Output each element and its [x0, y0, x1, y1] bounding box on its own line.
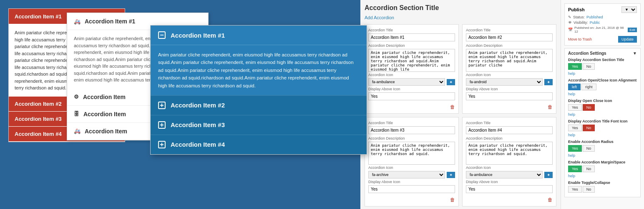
add-accordion-button[interactable]: Add Accordion [365, 15, 556, 20]
display-section-title-yes[interactable]: Yes [568, 63, 582, 70]
blue-accordion-item-4-header[interactable]: + Accordion Item #4 [151, 135, 367, 154]
blue-accordion: − Accordion Item #1 Anim pariatur cliche… [150, 25, 367, 155]
display-open-close-no[interactable]: No [583, 104, 595, 111]
item-3-title-input[interactable] [368, 126, 455, 134]
item-4-desc-textarea[interactable]: Anim pariatur cliche reprehenderit, enim… [466, 142, 553, 165]
settings-chevron-icon: ▼ [633, 51, 637, 56]
item-4-title-label: Accordion Title [466, 121, 553, 125]
item-4-delete-icon[interactable]: 🗑 [466, 197, 553, 203]
display-section-help[interactable]: help [568, 71, 637, 76]
item-2-display-label: Display Above Icon [466, 87, 553, 91]
item-4-icon-btn[interactable]: ✦ [544, 172, 553, 178]
blue-accordion-item-1-body: Anim pariatur cliche reprehenderit, enim… [151, 45, 367, 95]
publish-actions: Move to Trash Update [568, 36, 637, 43]
item-3-desc-label: Accordion Description [368, 136, 455, 140]
status-value[interactable]: Published [586, 15, 603, 19]
publish-title-row: Publish ▼ [568, 6, 637, 13]
red-accordion-item-3-title: Accordion Item #3 [15, 116, 62, 122]
accordion-settings-box: Accordion Settings ▼ Display Accordion S… [564, 48, 641, 197]
calendar-icon: 📅 [568, 28, 573, 32]
truck-icon: 🚑 [74, 128, 80, 134]
item-2-icon-btn[interactable]: ✦ [544, 79, 553, 85]
item-4-icon-select[interactable]: fa-ambulance [466, 171, 543, 178]
item-3-delete-icon[interactable]: 🗑 [368, 197, 455, 203]
item-4-display-input[interactable] [466, 185, 553, 193]
red-accordion-item-1-title: Accordion Item #1 [15, 13, 62, 20]
item-2-desc-label: Accordion Description [466, 43, 553, 48]
display-title-font-yes[interactable]: Yes [568, 125, 582, 131]
blue-accordion-item-1-title: Accordion Item #1 [171, 32, 225, 39]
item-1-desc-textarea[interactable]: Anim pariatur cliche reprehenderit, enim… [368, 49, 455, 72]
gear-icon: ⚙ [74, 94, 79, 100]
item-1-icon-select[interactable]: fa-ambulance [368, 78, 445, 86]
alignment-label: Accordion Open/Close Icon Alignment [568, 78, 637, 82]
item-2-title-input[interactable] [466, 33, 553, 41]
white-accordion-item-3-title: Accordion Item [83, 111, 126, 117]
archive-icon: 🗄 [74, 111, 79, 117]
alignment-right[interactable]: right [581, 84, 596, 90]
alignment-left[interactable]: left [568, 84, 581, 90]
enable-toggle-yes[interactable]: Yes [568, 186, 582, 193]
display-open-close-yes[interactable]: Yes [568, 104, 582, 111]
item-3-icon-label: Accordion Icon [368, 166, 455, 170]
admin-accordion-item-3: Accordion Title Accordion Description An… [365, 117, 459, 206]
item-3-icon-btn[interactable]: ✦ [447, 172, 455, 178]
admin-accordion-item-1: Accordion Title Accordion Description An… [365, 24, 459, 114]
item-1-display-input[interactable] [368, 92, 455, 100]
item-4-icon-label: Accordion Icon [466, 166, 553, 170]
item-3-icon-select[interactable]: fa-archive [368, 171, 445, 178]
alignment-toggle: left right [568, 84, 637, 90]
accordion-settings-title: Accordion Settings ▼ [568, 51, 637, 56]
enable-radius-yes[interactable]: Yes [568, 145, 582, 152]
radius-help[interactable]: help [568, 153, 637, 158]
blue-accordion-item-4-toggle-icon: + [158, 141, 166, 148]
publish-label: Publish [568, 7, 585, 12]
ambulance-icon: 🚑 [74, 18, 80, 25]
blue-accordion-panel: − Accordion Item #1 Anim pariatur cliche… [150, 25, 367, 155]
display-section-title-no[interactable]: No [583, 63, 595, 70]
item-4-display-label: Display Above Icon [466, 180, 553, 184]
item-1-delete-icon[interactable]: 🗑 [368, 104, 455, 110]
blue-accordion-item-2-header[interactable]: + Accordion Item #2 [151, 95, 367, 115]
alignment-help[interactable]: help [568, 92, 637, 96]
visibility-value[interactable]: Public [590, 20, 600, 25]
open-close-help[interactable]: help [568, 112, 637, 117]
blue-accordion-item-4-title: Accordion Item #4 [171, 141, 225, 148]
item-3-icon-row: fa-archive ✦ [368, 171, 455, 178]
item-2-desc-textarea[interactable]: Anim pariatur cliche reprehenderit, enim… [466, 49, 553, 72]
item-4-title-input[interactable] [466, 126, 553, 134]
margin-help[interactable]: help [568, 174, 637, 178]
item-1-title-label: Accordion Title [368, 28, 455, 32]
update-button[interactable]: Update [618, 36, 637, 43]
item-2-display-input[interactable] [466, 92, 553, 100]
enable-margin-label: Enable Accordion Margin/Space [568, 160, 637, 164]
display-title-font-no[interactable]: No [583, 125, 595, 131]
enable-margin-yes[interactable]: Yes [568, 166, 582, 172]
status-label: Status: [573, 15, 585, 19]
publish-dropdown[interactable]: ▼ [621, 6, 637, 13]
item-2-icon-row: fa-android ✦ [466, 78, 553, 86]
published-date: Published on: Jun 21, 2016 @ 98 12 [574, 26, 626, 33]
item-3-desc-textarea[interactable]: Anim pariatur cliche reprehenderit, enim… [368, 142, 455, 165]
enable-radius-no[interactable]: No [583, 145, 595, 152]
display-title-font-toggle: Yes No [568, 125, 637, 131]
title-font-help[interactable]: help [568, 133, 637, 137]
visibility-label: Visibility: [574, 20, 588, 25]
blue-accordion-item-2-title: Accordion Item #2 [171, 102, 225, 109]
admin-accordion-item-2: Accordion Title Accordion Description An… [462, 24, 556, 114]
enable-toggle-no[interactable]: No [583, 186, 595, 193]
item-3-display-label: Display Above Icon [368, 180, 455, 184]
white-accordion-item-2-title: Accordion Item [83, 94, 126, 100]
item-3-display-input[interactable] [368, 185, 455, 193]
item-2-icon-select[interactable]: fa-android [466, 78, 543, 86]
blue-accordion-item-3-header[interactable]: + Accordion Item #3 [151, 115, 367, 135]
blue-accordion-item-1-header[interactable]: − Accordion Item #1 [151, 25, 367, 45]
eye-icon: 👁 [568, 20, 572, 25]
item-1-icon-btn[interactable]: ✦ [447, 79, 455, 85]
enable-margin-no[interactable]: No [583, 166, 595, 172]
edit-date-btn[interactable]: Edit [628, 28, 637, 32]
item-2-delete-icon[interactable]: 🗑 [466, 104, 553, 110]
move-to-trash-link[interactable]: Move to Trash [568, 37, 592, 41]
item-1-title-input[interactable] [368, 33, 455, 41]
display-open-close-toggle: Yes No [568, 104, 637, 111]
